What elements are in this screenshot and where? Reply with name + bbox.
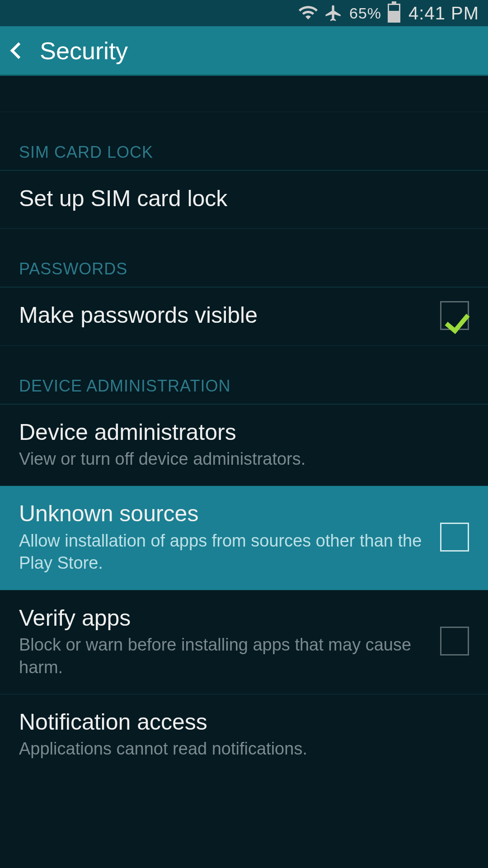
- row-unknown-sources[interactable]: Unknown sources Allow installation of ap…: [0, 486, 488, 590]
- checkbox-make-passwords-visible[interactable]: [440, 301, 469, 330]
- row-subtitle: Applications cannot read notifications.: [19, 738, 469, 760]
- row-title: Verify apps: [19, 604, 427, 632]
- section-header-device-admin: DEVICE ADMINISTRATION: [0, 346, 488, 405]
- wifi-icon: [299, 4, 318, 23]
- row-title: Notification access: [19, 708, 469, 736]
- row-set-up-sim-lock[interactable]: Set up SIM card lock: [0, 171, 488, 229]
- row-title: Unknown sources: [19, 500, 427, 528]
- checkbox-verify-apps[interactable]: [440, 627, 469, 656]
- battery-percentage: 65%: [349, 5, 381, 22]
- row-verify-apps[interactable]: Verify apps Block or warn before install…: [0, 590, 488, 694]
- page-title: Security: [40, 37, 128, 65]
- airplane-mode-icon: [324, 4, 343, 23]
- row-subtitle: View or turn off device administrators.: [19, 448, 469, 470]
- row-subtitle: Block or warn before installing apps tha…: [19, 634, 427, 679]
- row-subtitle: Allow installation of apps from sources …: [19, 530, 427, 575]
- row-title: Device administrators: [19, 418, 469, 447]
- section-header-sim: SIM CARD LOCK: [0, 112, 488, 171]
- row-title: Set up SIM card lock: [19, 184, 469, 213]
- action-bar: Security: [0, 26, 488, 76]
- partial-row[interactable]: [0, 85, 488, 112]
- back-icon[interactable]: [10, 42, 27, 59]
- status-clock: 4:41 PM: [408, 3, 479, 24]
- row-title: Make passwords visible: [19, 301, 427, 330]
- status-bar: 65% 4:41 PM: [0, 0, 488, 26]
- row-device-administrators[interactable]: Device administrators View or turn off d…: [0, 405, 488, 486]
- settings-list: SIM CARD LOCK Set up SIM card lock PASSW…: [0, 76, 488, 776]
- row-notification-access[interactable]: Notification access Applications cannot …: [0, 694, 488, 776]
- section-header-passwords: PASSWORDS: [0, 229, 488, 288]
- battery-icon: [388, 4, 400, 23]
- checkbox-unknown-sources[interactable]: [440, 523, 469, 552]
- status-icons: 65%: [299, 4, 400, 23]
- row-make-passwords-visible[interactable]: Make passwords visible: [0, 288, 488, 346]
